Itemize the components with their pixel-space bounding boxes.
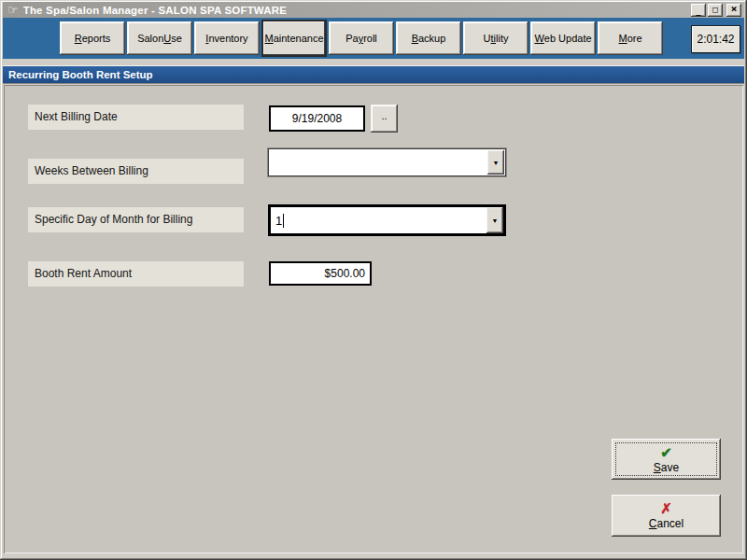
text-cursor <box>283 214 284 228</box>
specific-day-value: 1 <box>271 214 486 228</box>
app-icon: ☞ <box>7 4 19 16</box>
label-specific-day: Specific Day of Month for Billing <box>28 207 244 232</box>
dropdown-arrow-icon[interactable]: ▼ <box>487 150 504 175</box>
save-button[interactable]: ✔ Save <box>612 439 721 480</box>
clock-display: 2:01:42 <box>691 25 740 53</box>
label-booth-rent-amount: Booth Rent Amount <box>28 261 244 287</box>
toolbar: Reports Salon Use Inventory Maintenance … <box>3 18 744 59</box>
label-weeks-between-billing: Weeks Between Billing <box>28 159 244 184</box>
titlebar: ☞ The Spa/Salon Manager - SALON SPA SOFT… <box>3 2 744 18</box>
page-title: Recurring Booth Rent Setup <box>3 65 744 84</box>
form-area: Next Billing Date .. Weeks Between Billi… <box>4 85 743 553</box>
toolbar-button-salon-use[interactable]: Salon Use <box>127 21 192 55</box>
toolbar-buttons: Reports Salon Use Inventory Maintenance … <box>60 21 663 57</box>
window-title: The Spa/Salon Manager - SALON SPA SOFTWA… <box>23 5 689 16</box>
save-button-label: Save <box>654 461 679 474</box>
minimize-button[interactable]: _ <box>691 4 706 17</box>
weeks-between-billing-dropdown[interactable]: ▼ <box>268 148 506 176</box>
maximize-button[interactable]: □ <box>708 4 723 17</box>
close-button[interactable]: × <box>726 4 741 17</box>
toolbar-button-more[interactable]: More <box>598 21 663 55</box>
cancel-button-label: Cancel <box>649 517 684 530</box>
toolbar-button-backup[interactable]: Backup <box>396 21 461 55</box>
x-icon: ✗ <box>660 501 672 516</box>
toolbar-button-inventory[interactable]: Inventory <box>194 21 260 55</box>
app-window: ☞ The Spa/Salon Manager - SALON SPA SOFT… <box>0 0 747 560</box>
label-next-billing-date: Next Billing Date <box>28 105 244 130</box>
dropdown-arrow-icon[interactable]: ▼ <box>486 207 503 233</box>
check-icon: ✔ <box>660 445 672 460</box>
toolbar-button-utility[interactable]: Utility <box>463 21 529 55</box>
specific-day-dropdown[interactable]: 1 ▼ <box>268 204 506 236</box>
toolbar-button-reports[interactable]: Reports <box>60 21 125 55</box>
date-browse-button[interactable]: .. <box>371 105 398 133</box>
next-billing-date-input[interactable] <box>269 105 365 132</box>
specific-day-text: 1 <box>275 214 282 228</box>
booth-rent-amount-input[interactable] <box>269 261 372 286</box>
toolbar-button-maintenance[interactable]: Maintenance <box>261 20 327 57</box>
toolbar-button-web-update[interactable]: Web Update <box>530 21 596 55</box>
minimize-icon: _ <box>696 7 700 16</box>
toolbar-button-payroll[interactable]: Payroll <box>329 21 394 55</box>
cancel-button[interactable]: ✗ Cancel <box>612 495 721 537</box>
